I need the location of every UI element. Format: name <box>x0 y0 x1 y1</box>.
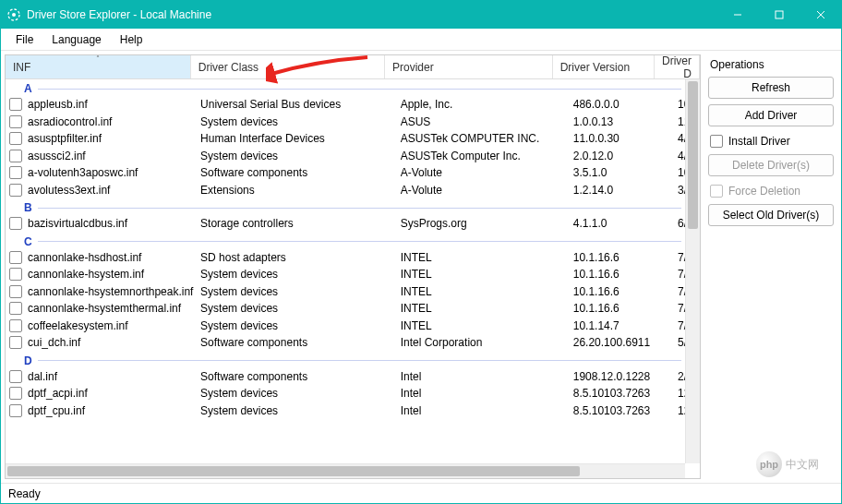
row-checkbox[interactable] <box>9 98 22 111</box>
cell-date: 6/2/2 <box>678 217 685 230</box>
refresh-button[interactable]: Refresh <box>708 77 834 99</box>
maximize-button[interactable] <box>758 1 800 29</box>
vertical-scrollbar-thumb[interactable] <box>688 81 698 229</box>
sort-indicator-icon: ˄ <box>96 54 100 63</box>
cell-class: System devices <box>200 285 401 298</box>
horizontal-scrollbar[interactable] <box>6 463 685 478</box>
cell-version: 486.0.0.0 <box>573 98 678 111</box>
cell-date: 7/18/1 <box>678 285 685 298</box>
group-header[interactable]: D <box>6 352 685 368</box>
cell-provider: INTEL <box>401 268 573 281</box>
row-checkbox[interactable] <box>9 404 22 417</box>
window-title: Driver Store Explorer - Local Machine <box>27 8 211 21</box>
cell-date: 7/18/1 <box>678 251 685 264</box>
menu-file[interactable]: File <box>6 31 42 48</box>
row-checkbox[interactable] <box>9 370 22 383</box>
table-row[interactable]: appleusb.infUniversal Serial Bus devices… <box>6 96 685 114</box>
row-checkbox[interactable] <box>9 387 22 400</box>
table-row[interactable]: dptf_cpu.infSystem devicesIntel8.5.10103… <box>6 402 685 420</box>
table-row[interactable]: asussci2.infSystem devicesASUSTek Comput… <box>6 148 685 165</box>
cell-inf: appleusb.inf <box>28 98 200 111</box>
row-checkbox[interactable] <box>9 319 22 332</box>
watermark-text: 中文网 <box>786 457 819 473</box>
column-header-version[interactable]: Driver Version <box>553 55 655 78</box>
cell-class: System devices <box>200 302 401 315</box>
table-row[interactable]: cannonlake-hsdhost.infSD host adaptersIN… <box>6 249 685 267</box>
cell-provider: ASUS <box>401 115 573 128</box>
cell-class: System devices <box>200 115 401 128</box>
menu-language[interactable]: Language <box>42 31 110 48</box>
checkbox-icon <box>710 135 723 148</box>
horizontal-scrollbar-thumb[interactable] <box>7 466 580 476</box>
column-headers: ˄ INF Driver Class Provider Driver Versi… <box>6 55 700 79</box>
table-row[interactable]: dptf_acpi.infSystem devicesIntel8.5.1010… <box>6 385 685 402</box>
row-checkbox[interactable] <box>9 302 22 315</box>
row-checkbox[interactable] <box>9 115 22 128</box>
app-window: Driver Store Explorer - Local Machine Fi… <box>0 0 842 504</box>
group-header[interactable]: B <box>6 198 685 215</box>
cell-provider: SysProgs.org <box>401 217 573 230</box>
row-checkbox[interactable] <box>9 285 22 298</box>
cell-version: 10.1.16.6 <box>573 251 678 264</box>
watermark-logo-icon: php <box>756 451 782 477</box>
row-checkbox[interactable] <box>9 150 22 162</box>
cell-inf: asradiocontrol.inf <box>28 115 200 128</box>
rows-container: Aappleusb.infUniversal Serial Bus device… <box>6 79 685 463</box>
cell-inf: asussci2.inf <box>28 150 200 162</box>
row-checkbox[interactable] <box>9 184 22 197</box>
table-row[interactable]: asradiocontrol.infSystem devicesASUS1.0.… <box>6 114 685 131</box>
cell-provider: Intel <box>401 404 573 417</box>
table-row[interactable]: a-volutenh3aposwc.infSoftware components… <box>6 164 685 182</box>
minimize-button[interactable] <box>716 1 758 29</box>
vertical-scrollbar[interactable] <box>685 79 700 463</box>
table-row[interactable]: cannonlake-hsystemthermal.infSystem devi… <box>6 300 685 318</box>
statusbar: Ready <box>1 483 841 503</box>
row-checkbox[interactable] <box>9 336 22 349</box>
select-old-drivers-button[interactable]: Select Old Driver(s) <box>708 204 834 226</box>
install-driver-checkbox[interactable]: Install Driver <box>708 132 834 150</box>
row-checkbox[interactable] <box>9 251 22 264</box>
add-driver-button-label: Add Driver <box>745 109 798 122</box>
cell-inf: asusptpfilter.inf <box>28 132 200 145</box>
svg-rect-3 <box>776 11 783 18</box>
row-checkbox[interactable] <box>9 268 22 281</box>
cell-date: 7/18/1 <box>678 319 685 332</box>
checkbox-icon <box>710 185 723 198</box>
table-row[interactable]: dal.infSoftware componentsIntel1908.12.0… <box>6 368 685 386</box>
group-letter: A <box>24 82 32 95</box>
cell-provider: Intel <box>401 387 573 400</box>
row-checkbox[interactable] <box>9 217 22 230</box>
column-header-inf-label: INF <box>13 61 30 74</box>
add-driver-button[interactable]: Add Driver <box>708 104 834 126</box>
table-row[interactable]: coffeelakesystem.infSystem devicesINTEL1… <box>6 318 685 335</box>
group-header[interactable]: C <box>6 233 685 249</box>
cell-class: Software components <box>200 370 401 383</box>
column-header-provider[interactable]: Provider <box>385 55 553 78</box>
table-row[interactable]: cui_dch.infSoftware componentsIntel Corp… <box>6 334 685 352</box>
cell-version: 10.1.14.7 <box>573 319 678 332</box>
svg-point-1 <box>12 13 16 17</box>
table-row[interactable]: asusptpfilter.infHuman Interface Devices… <box>6 130 685 148</box>
cell-provider: ASUSTek Computer Inc. <box>401 150 573 162</box>
row-checkbox[interactable] <box>9 132 22 145</box>
cell-provider: Apple, Inc. <box>401 98 573 111</box>
table-row[interactable]: cannonlake-hsystem.infSystem devicesINTE… <box>6 266 685 283</box>
cell-provider: A-Volute <box>401 184 573 197</box>
column-header-inf[interactable]: ˄ INF <box>6 55 191 78</box>
cell-version: 1.2.14.0 <box>573 184 678 197</box>
column-header-date-label: Driver D <box>662 54 692 80</box>
cell-date: 4/8/2 <box>678 150 685 162</box>
cell-version: 1908.12.0.1228 <box>573 370 678 383</box>
close-button[interactable] <box>800 1 841 29</box>
column-header-date[interactable]: Driver D <box>655 55 700 78</box>
menu-help[interactable]: Help <box>111 31 152 48</box>
cell-version: 26.20.100.6911 <box>573 336 678 349</box>
operations-heading: Operations <box>710 58 834 71</box>
force-deletion-label: Force Deletion <box>728 185 800 198</box>
group-header[interactable]: A <box>6 79 685 96</box>
row-checkbox[interactable] <box>9 166 22 179</box>
table-row[interactable]: bazisvirtualcdbus.infStorage controllers… <box>6 215 685 233</box>
table-row[interactable]: avolutess3ext.infExtensionsA-Volute1.2.1… <box>6 182 685 199</box>
table-row[interactable]: cannonlake-hsystemnorthpeak.infSystem de… <box>6 283 685 301</box>
column-header-class[interactable]: Driver Class <box>191 55 385 78</box>
